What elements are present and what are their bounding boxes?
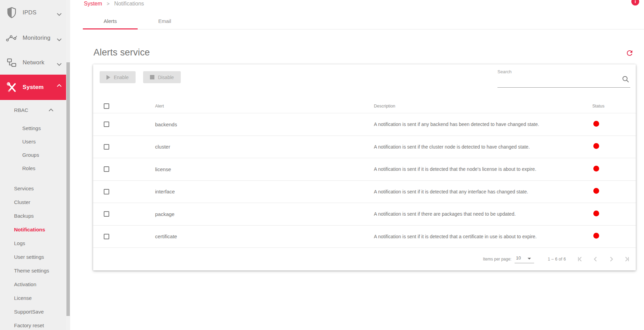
first-page-icon[interactable]: [578, 256, 583, 262]
sidebar-item-services[interactable]: Services: [14, 185, 34, 192]
row-checkbox[interactable]: [104, 122, 109, 127]
info-icon[interactable]: i: [631, 0, 639, 5]
sidebar-item-label: Network: [23, 59, 45, 66]
status-dot: [593, 188, 599, 194]
items-per-page-label: Items per page:: [483, 257, 512, 262]
chevron-up-icon: [49, 107, 53, 110]
column-header-alert: Alert: [155, 104, 374, 109]
sidebar-item-notifications[interactable]: Notifications: [14, 226, 45, 233]
alert-name: cluster: [155, 144, 374, 150]
alert-name: certificate: [155, 233, 374, 239]
shield-icon: [6, 7, 17, 18]
table-row[interactable]: license A notification is sent if it is …: [93, 158, 636, 180]
next-page-icon[interactable]: [608, 256, 614, 262]
tab-email[interactable]: Email: [138, 14, 192, 28]
alert-description: A notification is sent if any backend ha…: [374, 122, 592, 127]
sidebar-item-supportsave[interactable]: SupportSave: [14, 308, 44, 315]
chevron-down-icon: [57, 11, 62, 14]
row-checkbox[interactable]: [104, 144, 109, 150]
breadcrumb-separator: >: [107, 1, 110, 7]
table-row[interactable]: interface A notification is sent if it i…: [93, 180, 636, 203]
select-all-checkbox[interactable]: [104, 103, 109, 109]
breadcrumb-system-link[interactable]: System: [84, 1, 102, 7]
stop-icon: [150, 75, 154, 79]
sidebar-item-rbac[interactable]: RBAC: [14, 107, 28, 114]
sidebar: IPDS Monitoring Network System RBAC Sett…: [0, 0, 66, 330]
dropdown-arrow-icon: [528, 258, 531, 259]
sidebar-item-label: System: [23, 84, 44, 91]
table-row[interactable]: certificate A notification is sent if it…: [93, 225, 636, 248]
sidebar-item-backups[interactable]: Backups: [14, 213, 34, 219]
sidebar-item-user-settings[interactable]: User settings: [14, 254, 44, 261]
sidebar-item-settings[interactable]: Settings: [22, 125, 41, 132]
alert-description: A notification is sent if it is detected…: [374, 189, 592, 194]
previous-page-icon[interactable]: [593, 256, 598, 262]
row-checkbox[interactable]: [104, 234, 109, 239]
alert-description: A notification is sent if it is detected…: [374, 234, 592, 239]
status-dot: [593, 233, 599, 239]
sidebar-item-groups[interactable]: Groups: [22, 152, 39, 158]
sidebar-scrollbar-thumb[interactable]: [66, 62, 70, 316]
pager-controls: [578, 256, 629, 262]
search-icon[interactable]: [622, 75, 630, 84]
disable-button-label: Disable: [158, 75, 174, 80]
items-per-page-select[interactable]: 10: [515, 255, 534, 263]
sidebar-item-monitoring[interactable]: Monitoring: [0, 25, 66, 51]
sidebar-item-users[interactable]: Users: [22, 138, 36, 145]
sidebar-item-factory-reset[interactable]: Factory reset: [14, 322, 44, 329]
alert-description: A notification is sent if it is detected…: [374, 166, 592, 172]
tools-icon: [6, 81, 17, 93]
sidebar-item-label: IPDS: [23, 9, 36, 16]
breadcrumb-current: Notifications: [114, 1, 144, 7]
sidebar-scrollbar[interactable]: [66, 0, 70, 330]
table-row[interactable]: cluster A notification is sent if the cl…: [93, 136, 636, 158]
network-icon: [6, 57, 17, 68]
alert-description: A notification is sent if the cluster no…: [374, 144, 592, 150]
alert-description: A notification is sent if there are pack…: [374, 211, 592, 217]
disable-button[interactable]: Disable: [143, 71, 181, 83]
sidebar-item-network[interactable]: Network: [0, 51, 66, 75]
row-checkbox[interactable]: [104, 189, 109, 194]
alerts-service-card: Enable Disable Search Alert Description …: [93, 64, 636, 270]
alert-name: license: [155, 166, 374, 172]
app-root: { "brand": { "accent": "#ec2649", "statu…: [0, 0, 644, 330]
sidebar-item-system[interactable]: System: [0, 75, 66, 100]
play-icon: [106, 75, 110, 80]
search-input[interactable]: [497, 75, 630, 88]
last-page-icon[interactable]: [624, 256, 629, 262]
chevron-down-icon: [57, 37, 62, 40]
tabs-divider: [83, 29, 644, 29]
status-dot: [593, 121, 599, 127]
sidebar-item-theme-settings[interactable]: Theme settings: [14, 267, 49, 274]
table-row[interactable]: backends A notification is sent if any b…: [93, 113, 636, 136]
column-header-status: Status: [592, 104, 636, 109]
items-per-page-value: 10: [516, 255, 521, 261]
sidebar-item-logs[interactable]: Logs: [14, 240, 25, 247]
refresh-icon[interactable]: [626, 49, 634, 57]
alert-name: backends: [155, 122, 374, 127]
chevron-up-icon: [57, 86, 62, 89]
status-dot: [593, 143, 599, 149]
tab-alerts[interactable]: Alerts: [83, 14, 138, 28]
page-range-label: 1 – 6 of 6: [548, 257, 566, 262]
alert-name: interface: [155, 189, 374, 194]
sidebar-item-license[interactable]: License: [14, 295, 32, 302]
table-row[interactable]: package A notification is sent if there …: [93, 203, 636, 225]
alerts-table: Alert Description Status backends A noti…: [93, 99, 636, 248]
table-header-row: Alert Description Status: [93, 99, 636, 113]
active-tab-underline: [83, 28, 138, 29]
sidebar-item-activation[interactable]: Activation: [14, 281, 36, 288]
sidebar-item-ipds[interactable]: IPDS: [0, 0, 66, 25]
status-dot: [593, 211, 599, 216]
row-checkbox[interactable]: [104, 211, 109, 217]
enable-button[interactable]: Enable: [100, 71, 136, 83]
breadcrumb: System > Notifications: [84, 1, 144, 7]
enable-button-label: Enable: [114, 75, 129, 80]
paginator: Items per page: 10 1 – 6 of 6: [93, 248, 636, 270]
page-title: Alerts service: [93, 47, 150, 58]
search-label: Search: [497, 69, 512, 74]
sidebar-item-cluster[interactable]: Cluster: [14, 199, 30, 206]
status-dot: [593, 166, 599, 172]
sidebar-item-roles[interactable]: Roles: [22, 165, 35, 172]
row-checkbox[interactable]: [104, 166, 109, 172]
